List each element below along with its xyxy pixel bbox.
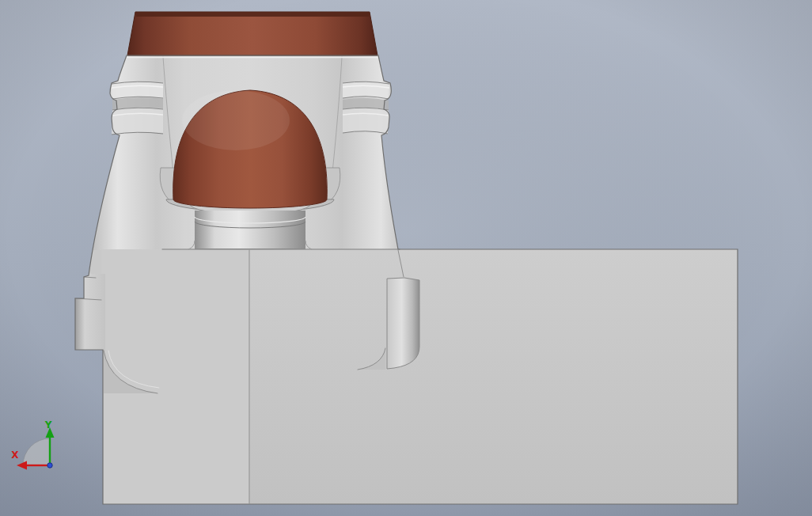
triad-origin-dot — [47, 463, 52, 468]
left-ring-grooves — [112, 82, 163, 135]
base-block[interactable] — [101, 249, 249, 505]
y-axis-label: Y — [44, 419, 52, 431]
right-ring-grooves — [343, 82, 389, 134]
cad-viewport[interactable]: Y X — [0, 0, 812, 516]
top-collar-ring[interactable] — [127, 12, 378, 55]
neck-cylinder[interactable] — [188, 211, 312, 249]
x-axis-label: X — [11, 450, 19, 461]
